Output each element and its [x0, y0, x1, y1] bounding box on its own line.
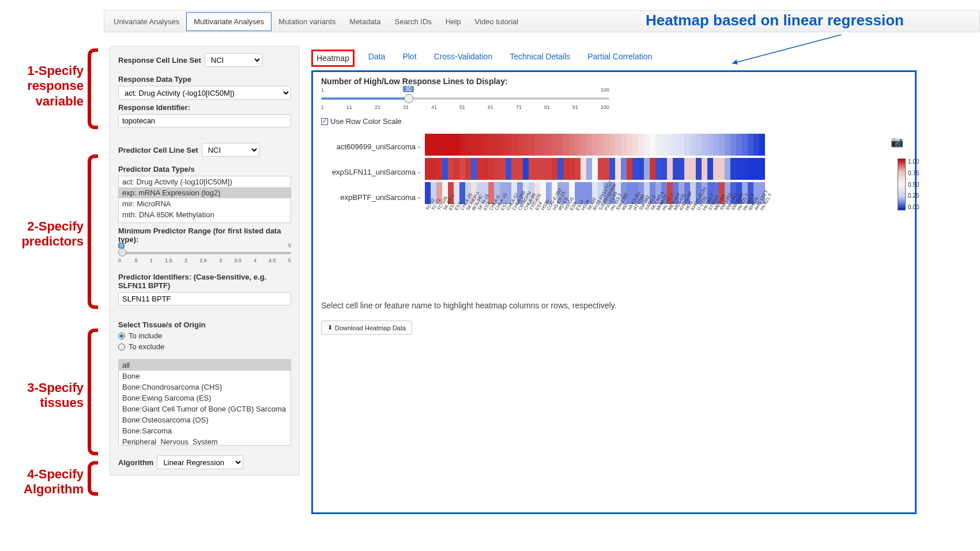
heatmap-cell[interactable]: [627, 134, 632, 156]
heatmap-cell[interactable]: [696, 158, 702, 180]
heatmap-cell[interactable]: [655, 158, 661, 180]
heatmap-cell[interactable]: [748, 134, 753, 156]
predictor-type-option[interactable]: mir: MicroRNA: [119, 198, 291, 209]
response-type-select[interactable]: act: Drug Activity (-log10[IC50M]): [118, 86, 291, 100]
heatmap-cell[interactable]: [488, 158, 494, 180]
heatmap-cell[interactable]: [644, 134, 650, 156]
heatmap-cell[interactable]: [713, 158, 719, 180]
tab-technical-details[interactable]: Technical Details: [506, 50, 574, 67]
heatmap-cell[interactable]: [684, 158, 690, 180]
tissue-option[interactable]: Peripheral_Nervous_System: [119, 436, 291, 446]
heatmap-cell[interactable]: [442, 158, 448, 180]
min-range-slider[interactable]: 0 5 0.511.522.533.544.55: [118, 246, 291, 269]
heatmap-cell[interactable]: [523, 134, 529, 156]
heatmap-cell[interactable]: [517, 134, 523, 156]
heatmap-cell[interactable]: [713, 134, 719, 156]
heatmap-cell[interactable]: [563, 158, 569, 180]
heatmap-cell[interactable]: [707, 134, 713, 156]
heatmap-cell[interactable]: [431, 158, 436, 180]
tissue-option[interactable]: Bone:Chondrosarcoma (CHS): [119, 382, 291, 393]
heatmap-cell[interactable]: [529, 158, 534, 180]
heatmap-cell[interactable]: [609, 158, 615, 180]
heatmap-cell[interactable]: [627, 158, 632, 180]
response-set-select[interactable]: NCI: [205, 53, 262, 67]
heatmap-cell[interactable]: [552, 158, 557, 180]
tab-plot[interactable]: Plot: [399, 50, 420, 67]
tab-partial-correlation[interactable]: Partial Correlation: [584, 50, 655, 67]
row-color-checkbox[interactable]: [321, 118, 328, 125]
predictor-types-listbox[interactable]: act: Drug Activity (-log10[IC50M])exp: m…: [118, 176, 291, 223]
heatmap-cell[interactable]: [425, 134, 431, 156]
tissue-exclude-radio[interactable]: To exclude: [118, 342, 291, 351]
heatmap-cell[interactable]: [702, 158, 707, 180]
heatmap-cell[interactable]: [454, 134, 459, 156]
heatmap-cell[interactable]: [661, 158, 667, 180]
heatmap-cell[interactable]: [667, 158, 673, 180]
response-id-input[interactable]: [118, 114, 291, 127]
heatmap-cell[interactable]: [511, 134, 517, 156]
heatmap-row-label[interactable]: expSLFN11_uniSarcoma -: [321, 159, 420, 184]
heatmap-cell[interactable]: [448, 158, 454, 180]
heatmap[interactable]: act609699_uniSarcoma -expSLFN11_uniSarco…: [321, 134, 907, 255]
heatmap-cell[interactable]: [719, 134, 725, 156]
heatmap-cell[interactable]: [679, 134, 684, 156]
predictor-ids-input[interactable]: [118, 292, 291, 305]
download-button[interactable]: ⬇ Download Heatmap Data: [321, 320, 412, 335]
heatmap-cell[interactable]: [569, 158, 575, 180]
heatmap-cell[interactable]: [742, 158, 748, 180]
heatmap-cell[interactable]: [431, 134, 436, 156]
heatmap-cell[interactable]: [500, 158, 506, 180]
heatmap-cell[interactable]: [690, 134, 696, 156]
predictor-set-select[interactable]: NCI: [202, 143, 259, 157]
tab-cross-validation[interactable]: Cross-Validation: [431, 50, 496, 67]
heatmap-cell[interactable]: [655, 134, 661, 156]
nav-video-tutorial[interactable]: Video tutorial: [468, 13, 526, 31]
tissue-listbox[interactable]: allBoneBone:Chondrosarcoma (CHS)Bone:Ewi…: [118, 359, 291, 446]
heatmap-cell[interactable]: [736, 158, 742, 180]
heatmap-cell[interactable]: [454, 182, 459, 204]
heatmap-cell[interactable]: [615, 134, 621, 156]
heatmap-cell[interactable]: [442, 134, 448, 156]
nav-mutation-variants[interactable]: Mutation variants: [272, 13, 342, 31]
heatmap-cell[interactable]: [696, 134, 702, 156]
heatmap-cell[interactable]: [638, 158, 644, 180]
heatmap-cell[interactable]: [465, 134, 471, 156]
heatmap-cell[interactable]: [517, 158, 523, 180]
heatmap-cell[interactable]: [707, 158, 713, 180]
tissue-option[interactable]: Bone:Osteosarcoma (OS): [119, 414, 291, 425]
heatmap-cell[interactable]: [679, 158, 684, 180]
heatmap-cell[interactable]: [534, 158, 540, 180]
heatmap-cell[interactable]: [753, 134, 759, 156]
heatmap-cell[interactable]: [592, 134, 598, 156]
heatmap-cell[interactable]: [581, 134, 586, 156]
heatmap-cell[interactable]: [494, 134, 500, 156]
predictor-type-option[interactable]: act: Drug Activity (-log10[IC50M]): [119, 176, 291, 187]
heatmap-cell[interactable]: [725, 134, 730, 156]
heatmap-cell[interactable]: [529, 134, 534, 156]
heatmap-cell[interactable]: [546, 158, 552, 180]
heatmap-cell[interactable]: [684, 134, 690, 156]
heatmap-cell[interactable]: [690, 158, 696, 180]
tissue-option[interactable]: Bone: [119, 371, 291, 382]
heatmap-cell[interactable]: [436, 134, 442, 156]
heatmap-cell[interactable]: [632, 158, 638, 180]
heatmap-cell[interactable]: [615, 158, 621, 180]
camera-icon[interactable]: 📷: [891, 135, 903, 148]
heatmap-row-label[interactable]: act609699_uniSarcoma -: [321, 134, 420, 159]
heatmap-cell[interactable]: [638, 134, 644, 156]
tab-data[interactable]: Data: [365, 50, 389, 67]
heatmap-cell[interactable]: [575, 158, 581, 180]
heatmap-cell[interactable]: [673, 134, 679, 156]
nav-multivariate-analyses[interactable]: Multivariate Analyses: [186, 12, 272, 31]
heatmap-cell[interactable]: [511, 158, 517, 180]
response-count-slider[interactable]: 1 100 30 1112131415161718191100: [321, 88, 609, 114]
nav-univariate-analyses[interactable]: Univariate Analyses: [107, 13, 186, 31]
tissue-option[interactable]: Bone:Sarcoma: [119, 425, 291, 436]
nav-help[interactable]: Help: [439, 13, 468, 31]
heatmap-cell[interactable]: [483, 134, 488, 156]
heatmap-cell[interactable]: [563, 134, 569, 156]
heatmap-cell[interactable]: [552, 134, 557, 156]
heatmap-cell[interactable]: [609, 134, 615, 156]
heatmap-cell[interactable]: [506, 134, 511, 156]
heatmap-cell[interactable]: [604, 134, 609, 156]
